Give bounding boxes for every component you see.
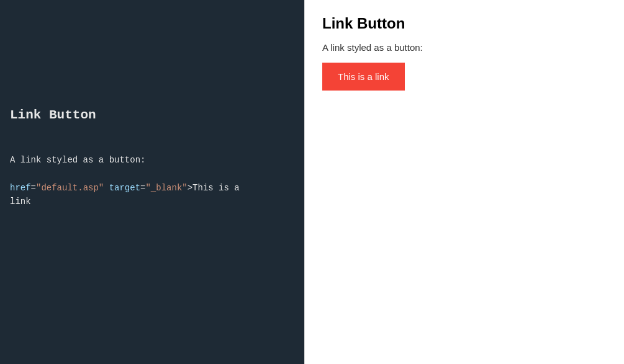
code-content: </span> <span class="c-selector-link">a:… — [10, 7, 294, 251]
link-button[interactable]: This is a link — [322, 63, 405, 91]
code-editor: </span> <span class="c-selector-link">a:… — [0, 0, 304, 364]
preview-description: A link styled as a button: — [322, 42, 607, 53]
preview-heading: Link Button — [322, 15, 607, 32]
preview-panel: Link Button A link styled as a button: T… — [304, 0, 624, 364]
